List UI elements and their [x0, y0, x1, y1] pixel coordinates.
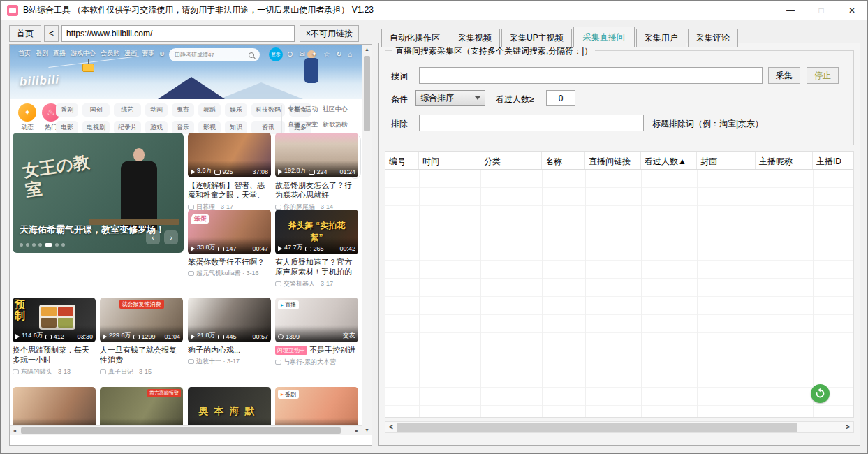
nav-manga[interactable]: 漫画: [124, 49, 137, 58]
tab-automation[interactable]: 自动化操作区: [381, 29, 448, 47]
app-icon: [7, 5, 18, 16]
video-title[interactable]: 狗子的内心戏...: [188, 345, 271, 355]
featured-artwork-text: 女王の教室: [22, 152, 96, 200]
video-title[interactable]: 有人质疑加速了？官方原声原素材！手机拍的一镜到底! 还有...: [275, 257, 358, 277]
refresh-button[interactable]: [811, 384, 830, 403]
video-title[interactable]: 【逐帧解析】智者、恶魔和稚童之眼，天堂、地狱与人间 [鬼妈妈...: [188, 180, 271, 200]
login-avatar[interactable]: 登录: [269, 47, 283, 61]
featured-carousel[interactable]: 女王の教室 天海佑希霸气开课，教室变修罗场！ ‹ ›: [13, 133, 184, 253]
category-dance[interactable]: 舞蹈: [198, 103, 221, 117]
col-cover[interactable]: 封面: [697, 152, 756, 169]
close-button[interactable]: ✕: [837, 1, 867, 20]
carousel-prev-button[interactable]: ‹: [146, 230, 160, 244]
tab-collect-comment[interactable]: 采集评论: [688, 29, 738, 47]
category-guichu[interactable]: 鬼畜: [172, 103, 194, 117]
video-title[interactable]: 换个思路预制菜，每天多玩一小时: [13, 345, 96, 365]
video-title[interactable]: 人一旦有钱了就会报复性消费: [100, 345, 183, 365]
video-card[interactable]: 9.6万 925 37:08 【逐帧解析】智者、恶魔和稚童之眼，天堂、地狱与人间…: [188, 133, 271, 212]
horizontal-scroll-thumb[interactable]: [397, 423, 797, 432]
title-bar: B站综合工具 （本软件仅供学习交流使用，请勿用于非法用途，一切后果由使用者承担）…: [1, 1, 867, 20]
link-column[interactable]: 专栏: [288, 105, 300, 114]
sort-dropdown[interactable]: 综合排序: [415, 90, 485, 106]
horizontal-scroll-thumb[interactable]: [21, 427, 341, 434]
uploader: 超元气机kulia酱 · 3-16: [188, 269, 271, 278]
bilibili-search-box[interactable]: 田静考研成绩47: [169, 48, 260, 61]
scroll-left-icon[interactable]: ◄: [10, 426, 20, 435]
favorites-icon[interactable]: ☆: [323, 50, 330, 58]
col-room-link[interactable]: 直播间链接: [585, 152, 641, 169]
browser-vertical-scrollbar[interactable]: ▲ ▼: [362, 45, 372, 435]
carousel-dots[interactable]: [20, 243, 65, 247]
col-streamer-name[interactable]: 主播昵称: [756, 152, 813, 169]
condition-label: 条件: [391, 94, 408, 105]
category-guochuang[interactable]: 国创: [82, 103, 110, 117]
table-horizontal-scrollbar[interactable]: < >: [385, 421, 854, 433]
nav-member-shop[interactable]: 会员购: [101, 49, 119, 58]
download-icon: ⊕: [159, 50, 165, 57]
exclude-input[interactable]: [419, 115, 644, 131]
history-icon[interactable]: ↻: [336, 50, 341, 58]
browser-horizontal-scrollbar[interactable]: ◄ ►: [10, 425, 362, 435]
scroll-right-icon[interactable]: ►: [352, 426, 362, 435]
video-card[interactable]: 笨蛋 33.8万 147 00:47 笨蛋你数学行不行啊？ 超元气机kulia酱…: [188, 210, 271, 278]
creation-icon[interactable]: ⌂: [348, 50, 353, 58]
live-title[interactable]: 闪现互动中 不是手控别进: [275, 345, 358, 356]
dynamic-icon[interactable]: ✦: [18, 103, 36, 122]
col-number[interactable]: 编号: [385, 152, 419, 169]
nav-game-center[interactable]: 游戏中心: [71, 49, 96, 58]
video-title[interactable]: 故意馋朋友怎么了？行为朕花心思就好: [275, 180, 358, 200]
tab-collect-video[interactable]: 采集视频: [450, 29, 500, 47]
scroll-right-icon[interactable]: >: [842, 422, 853, 432]
keyword-input[interactable]: [419, 67, 763, 84]
link-activity[interactable]: 活动: [305, 105, 318, 114]
message-icon[interactable]: ✉: [299, 50, 304, 58]
category-variety[interactable]: 综艺: [114, 103, 141, 117]
invalid-link-button[interactable]: ×不可用链接: [300, 25, 359, 42]
link-classroom[interactable]: 课堂: [305, 120, 318, 129]
back-button[interactable]: <: [44, 25, 59, 42]
play-count-icon: [191, 246, 195, 251]
minimize-button[interactable]: —: [775, 1, 806, 20]
video-card[interactable]: 就会报复性消费 229.6万 1299 01:04 人一旦有钱了就会报复性消费 …: [100, 298, 183, 376]
collect-button[interactable]: 采集: [768, 67, 800, 84]
member-icon[interactable]: ⊙: [287, 50, 293, 58]
link-live[interactable]: 直播: [288, 120, 300, 129]
col-name[interactable]: 名称: [542, 152, 585, 169]
tab-collect-live[interactable]: 采集直播间: [573, 27, 635, 47]
category-tech[interactable]: 科技数码: [251, 103, 285, 117]
video-title[interactable]: 笨蛋你数学行不行啊？: [188, 257, 271, 267]
home-button[interactable]: 首页: [9, 25, 41, 42]
min-viewers-input[interactable]: [546, 90, 575, 106]
live-card[interactable]: ▸ 直播 1399 交友 闪现互动中 不是手控别进 与寒行-累的大本营: [275, 298, 358, 367]
link-music-chart[interactable]: 新歌热榜: [323, 120, 348, 129]
dynamic-icon[interactable]: ✦: [311, 50, 317, 58]
tab-collect-up-video[interactable]: 采集UP主视频: [501, 29, 572, 47]
category-anime[interactable]: 动画: [145, 103, 168, 117]
stop-button[interactable]: 停止: [807, 67, 839, 84]
col-time[interactable]: 时间: [419, 152, 480, 169]
category-entertainment[interactable]: 娱乐: [225, 103, 247, 117]
col-category[interactable]: 分类: [480, 152, 542, 169]
nav-home[interactable]: 首页: [18, 49, 31, 58]
search-icon[interactable]: [249, 52, 254, 58]
video-card[interactable]: 21.8万 445 00:57 狗子的内心戏... 边牧十一 · 3-17: [188, 298, 271, 366]
nav-esports[interactable]: 赛事: [142, 49, 154, 58]
tab-collect-user[interactable]: 采集用户: [636, 29, 686, 47]
video-card[interactable]: 斧头舞 “实拍花絮” 47.7万 265 00:42 有人质疑加速了？官方原声原…: [275, 210, 358, 288]
link-community[interactable]: 社区中心: [323, 105, 348, 114]
carousel-next-button[interactable]: ›: [164, 230, 178, 244]
nav-live[interactable]: 直播: [53, 49, 66, 58]
refresh-icon: [814, 388, 826, 400]
video-card[interactable]: 192.8万 224 01:24 故意馋朋友怎么了？行为朕花心思就好 你的豚尾猫…: [275, 133, 358, 212]
col-streamer-id[interactable]: 主播ID: [813, 152, 853, 169]
nav-bangumi[interactable]: 番剧: [36, 49, 48, 58]
url-input[interactable]: [61, 25, 295, 42]
maximize-button[interactable]: □: [806, 1, 837, 20]
category-bangumi[interactable]: 番剧: [56, 103, 78, 117]
scroll-up-icon[interactable]: ▲: [362, 45, 372, 54]
scroll-left-icon[interactable]: <: [385, 422, 397, 432]
vertical-scroll-thumb[interactable]: [364, 56, 370, 131]
video-card[interactable]: 预制 114.6万 412 03:30 换个思路预制菜，每天多玩一小时 东隔的罐…: [13, 298, 96, 376]
scroll-down-icon[interactable]: ▼: [362, 425, 372, 435]
col-viewers-sort[interactable]: 看过人数▲: [641, 152, 697, 169]
